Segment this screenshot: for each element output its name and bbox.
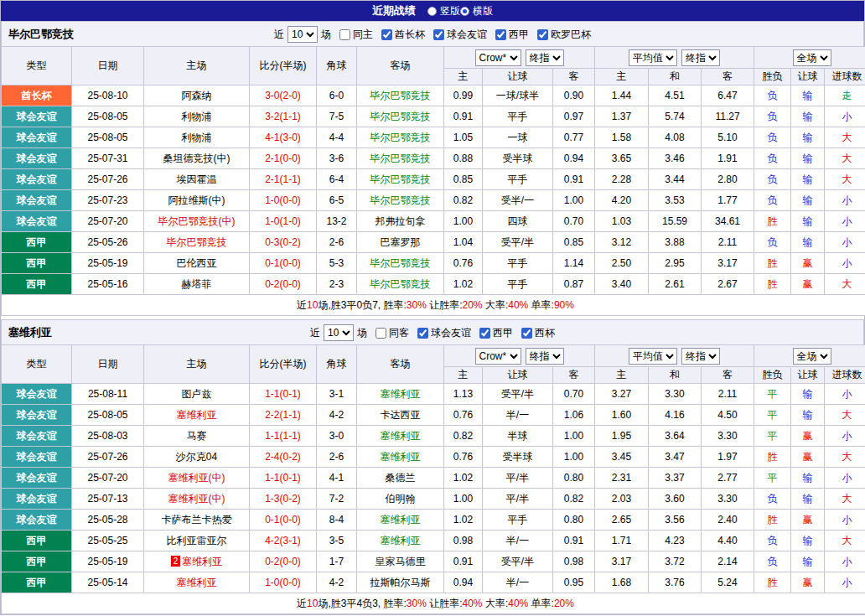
scope-select[interactable]: 全场 [793, 49, 831, 66]
match-row: 球会友谊25-07-23阿拉维斯(中)1-0(0-0)6-5毕尔巴鄂竞技0.82… [2, 190, 865, 211]
result-handicap: 输 [791, 85, 825, 106]
home-team-link[interactable]: 图卢兹 [144, 384, 250, 405]
league-filter-input[interactable] [537, 29, 548, 40]
score-link[interactable]: 1-0(0-0) [250, 572, 317, 593]
avg-source-select[interactable]: 终指 [681, 49, 720, 66]
odds-source-select[interactable]: 终指 [526, 49, 564, 66]
odds-home: 0.94 [444, 572, 483, 593]
odds-home: 1.13 [444, 384, 483, 405]
home-team-link[interactable]: 2塞维利亚 [144, 551, 250, 572]
home-team-link[interactable]: 马赛 [144, 426, 250, 447]
home-team-link[interactable]: 沙尔克04 [144, 447, 250, 468]
odds-source-select[interactable]: 终指 [526, 348, 564, 365]
away-team-link[interactable]: 巴塞罗那 [357, 232, 444, 253]
same-venue-input[interactable] [376, 328, 386, 339]
score-link[interactable]: 0-2(0-0) [250, 274, 317, 295]
home-team-link[interactable]: 阿森纳 [144, 85, 250, 106]
league-filter-input[interactable] [479, 328, 490, 339]
same-venue-input[interactable] [339, 29, 350, 40]
home-team-link[interactable]: 毕尔巴鄂竞技(中) [144, 211, 250, 232]
odds-source-select[interactable]: Crow* [475, 49, 521, 66]
away-team-link[interactable]: 毕尔巴鄂竞技 [357, 169, 444, 190]
home-team-link[interactable]: 塞维利亚(中) [144, 468, 250, 489]
score-link[interactable]: 1-1(0-1) [250, 468, 317, 489]
home-team-link[interactable]: 塞维利亚 [144, 405, 250, 426]
league-filter-input[interactable] [433, 29, 444, 40]
score-link[interactable]: 1-0(0-0) [250, 190, 317, 211]
home-team-name: 赫塔菲 [182, 278, 212, 290]
score-link[interactable]: 4-2(3-1) [250, 531, 317, 551]
away-team-link[interactable]: 毕尔巴鄂竞技 [357, 190, 444, 211]
same-venue-checkbox[interactable]: 同客 [370, 326, 409, 340]
score-link[interactable]: 2-2(1-1) [250, 405, 317, 426]
score-link[interactable]: 0-3(0-2) [250, 232, 317, 253]
layout-mode-radio-0[interactable]: 竖版 [427, 4, 460, 18]
score-link[interactable]: 4-1(3-0) [250, 127, 317, 148]
same-venue-checkbox[interactable]: 同主 [334, 28, 373, 42]
away-team-link[interactable]: 皇家马德里 [357, 551, 444, 572]
score-link[interactable]: 3-2(1-1) [250, 106, 317, 127]
home-team-link[interactable]: 塞维利亚(中) [144, 489, 250, 510]
league-filter-1[interactable]: 西甲 [474, 326, 513, 340]
away-team-link[interactable]: 拉斯帕尔马斯 [357, 572, 444, 593]
recent-count-select[interactable]: 10 [287, 26, 318, 43]
odds-away: 0.80 [553, 468, 595, 489]
score-link[interactable]: 0-2(0-0) [250, 551, 317, 572]
layout-mode-radio-1[interactable]: 横版 [460, 4, 493, 18]
home-team-link[interactable]: 利物浦 [144, 106, 250, 127]
away-team-link[interactable]: 塞维利亚 [357, 531, 444, 551]
away-team-link[interactable]: 毕尔巴鄂竞技 [357, 148, 444, 169]
away-team-link[interactable]: 塞维利亚 [357, 510, 444, 531]
away-team-link[interactable]: 塞维利亚 [357, 384, 444, 405]
scope-select[interactable]: 全场 [793, 348, 831, 365]
score-link[interactable]: 2-1(0-0) [250, 148, 317, 169]
avg-source-select[interactable]: 终指 [681, 348, 720, 365]
away-team-link[interactable]: 塞维利亚 [357, 447, 444, 468]
avg-source-select[interactable]: 平均值 [629, 348, 677, 365]
league-filter-input[interactable] [381, 29, 392, 40]
home-team-link[interactable]: 毕尔巴鄂竞技 [144, 232, 250, 253]
avg-source-select[interactable]: 平均值 [629, 49, 677, 66]
odds-source-select[interactable]: Crow* [475, 348, 521, 365]
league-filter-0[interactable]: 球会友谊 [412, 326, 471, 340]
away-team-link[interactable]: 毕尔巴鄂竞技 [357, 127, 444, 148]
league-filter-1[interactable]: 球会友谊 [428, 28, 487, 42]
away-team-link[interactable]: 毕尔巴鄂竞技 [357, 85, 444, 106]
score-link[interactable]: 2-4(0-2) [250, 447, 317, 468]
home-team-link[interactable]: 巴伦西亚 [144, 253, 250, 274]
score-link[interactable]: 1-1(0-1) [250, 384, 317, 405]
away-team-link[interactable]: 毕尔巴鄂竞技 [357, 106, 444, 127]
score-link[interactable]: 0-1(0-0) [250, 253, 317, 274]
score-link[interactable]: 1-0(1-0) [250, 211, 317, 232]
home-team-link[interactable]: 埃因霍温 [144, 169, 250, 190]
home-team-link[interactable]: 塞维利亚 [144, 572, 250, 593]
league-filter-0[interactable]: 酋长杯 [376, 28, 425, 42]
score-link[interactable]: 1-1(1-1) [250, 426, 317, 447]
score-link[interactable]: 1-3(0-2) [250, 489, 317, 510]
league-filter-2[interactable]: 西杯 [516, 326, 555, 340]
scope: 全场 [754, 345, 865, 367]
home-team-link[interactable]: 阿拉维斯(中) [144, 190, 250, 211]
league-filter-input[interactable] [521, 328, 532, 339]
home-team-link[interactable]: 桑坦德竞技(中) [144, 148, 250, 169]
league-filter-2[interactable]: 西甲 [490, 28, 529, 42]
away-team-link[interactable]: 桑德兰 [357, 468, 444, 489]
away-team-link[interactable]: 毕尔巴鄂竞技 [357, 274, 444, 295]
away-team-link[interactable]: 卡达西亚 [357, 405, 444, 426]
league-filter-input[interactable] [495, 29, 506, 40]
away-team-link[interactable]: 塞维利亚 [357, 426, 444, 447]
score-link[interactable]: 3-0(2-0) [250, 85, 317, 106]
home-team-link[interactable]: 赫塔菲 [144, 274, 250, 295]
home-team-link[interactable]: 利物浦 [144, 127, 250, 148]
league-filter-3[interactable]: 欧罗巴杯 [532, 28, 591, 42]
score-link[interactable]: 0-1(0-0) [250, 510, 317, 531]
result-goals: 大 [825, 447, 865, 468]
league-filter-input[interactable] [417, 328, 428, 339]
home-team-link[interactable]: 比利亚雷亚尔 [144, 531, 250, 551]
home-team-link[interactable]: 卡萨布兰卡热爱 [144, 510, 250, 531]
recent-count-select[interactable]: 10 [324, 324, 354, 341]
away-team-link[interactable]: 伯明翰 [357, 489, 444, 510]
away-team-link[interactable]: 邦弗拉旬拿 [357, 211, 444, 232]
score-link[interactable]: 2-1(1-1) [250, 169, 317, 190]
away-team-link[interactable]: 毕尔巴鄂竞技 [357, 253, 444, 274]
